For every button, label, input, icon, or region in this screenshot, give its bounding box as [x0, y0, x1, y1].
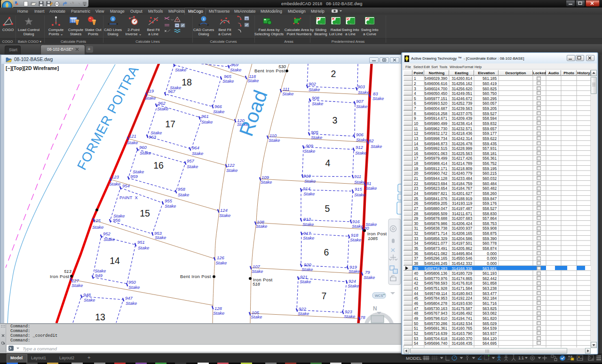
- svg-text:966: 966: [214, 104, 222, 109]
- svg-text:Stake: Stake: [364, 275, 375, 280]
- svg-text:i: i: [203, 17, 204, 21]
- svg-text:Bent Iron Post: Bent Iron Post: [254, 68, 285, 73]
- svg-text:948: 948: [83, 292, 91, 297]
- svg-text:Stake: Stake: [349, 269, 360, 274]
- svg-text:Stake: Stake: [150, 130, 162, 135]
- svg-text:947: 947: [125, 295, 133, 301]
- svg-text:518: 518: [253, 281, 261, 287]
- svg-text:Stake: Stake: [155, 235, 166, 240]
- svg-text:914: 914: [303, 186, 310, 191]
- svg-text:Stake: Stake: [344, 314, 355, 319]
- svg-text:Stake: Stake: [298, 311, 309, 316]
- svg-text:957: 957: [187, 158, 195, 163]
- svg-text:FORMER POITRA: FORMER POITRA: [74, 64, 142, 172]
- svg-text:Stake: Stake: [354, 179, 365, 185]
- svg-text:2: 2: [331, 69, 336, 79]
- svg-text:Stake: Stake: [92, 225, 103, 230]
- svg-text:Stake: Stake: [282, 91, 293, 96]
- svg-text:908: 908: [312, 95, 320, 101]
- svg-text:Stake: Stake: [356, 137, 367, 142]
- svg-text:Stake: Stake: [304, 148, 315, 154]
- svg-text:4: 4: [325, 158, 331, 168]
- svg-text:959: 959: [130, 174, 138, 179]
- svg-text:Stake: Stake: [222, 78, 234, 84]
- svg-text:Stake: Stake: [175, 67, 186, 72]
- svg-text:Stake: Stake: [71, 283, 83, 288]
- svg-text:Stake: Stake: [213, 310, 224, 316]
- svg-text:Iron Post: Iron Post: [50, 274, 70, 279]
- svg-text:Stake: Stake: [219, 213, 230, 218]
- svg-text:WCS: WCS: [375, 294, 383, 298]
- svg-text:5: 5: [325, 203, 330, 214]
- svg-text:Stake: Stake: [247, 78, 259, 83]
- svg-text:Stake: Stake: [157, 106, 168, 111]
- svg-text:1:1: 1:1: [518, 356, 524, 360]
- svg-text:903: 903: [357, 84, 365, 89]
- svg-text:Stake: Stake: [365, 186, 377, 191]
- svg-text:909: 909: [306, 143, 314, 148]
- svg-text:Stake: Stake: [355, 150, 366, 155]
- svg-text:955: 955: [165, 198, 173, 203]
- svg-text:Road: Road: [235, 87, 272, 139]
- svg-text:Stake: Stake: [133, 169, 144, 174]
- svg-text:[−][Top][2D Wireframe]: [−][Top][2D Wireframe]: [6, 65, 59, 71]
- svg-text:Stake: Stake: [192, 151, 203, 156]
- svg-text:Stake: Stake: [371, 144, 382, 149]
- svg-text:905: 905: [311, 130, 319, 135]
- svg-text:951: 951: [137, 240, 145, 245]
- svg-text:Stake: Stake: [127, 140, 138, 145]
- svg-text:915: 915: [355, 186, 363, 192]
- svg-text:958: 958: [178, 186, 186, 192]
- svg-text:962: 962: [158, 101, 166, 106]
- svg-text:Stake: Stake: [178, 192, 189, 197]
- svg-text:PAINT X: PAINT X: [119, 195, 138, 200]
- svg-text:121: 121: [129, 133, 136, 139]
- svg-text:Stake: Stake: [300, 279, 311, 284]
- svg-text:13: 13: [95, 312, 105, 322]
- svg-text:910: 910: [303, 173, 311, 178]
- svg-text:Stake: Stake: [348, 283, 359, 288]
- svg-text:Stake: Stake: [213, 109, 224, 114]
- svg-text:Stake: Stake: [303, 191, 315, 196]
- svg-text:513: 513: [64, 269, 72, 274]
- svg-text:Stake: Stake: [309, 87, 320, 92]
- svg-text:Stake: Stake: [356, 104, 367, 109]
- svg-text:Stake: Stake: [302, 222, 314, 227]
- svg-text:3: 3: [333, 115, 338, 125]
- svg-text:912: 912: [356, 145, 364, 150]
- svg-text:961: 961: [201, 114, 209, 119]
- svg-text:82: 82: [369, 138, 374, 143]
- svg-text:969: 969: [231, 64, 239, 67]
- svg-text:Stake: Stake: [138, 245, 149, 250]
- svg-text:Bent Iron Post: Bent Iron Post: [180, 274, 211, 279]
- svg-text:Stake: Stake: [365, 222, 377, 227]
- svg-text:78: 78: [360, 315, 365, 320]
- svg-text:Stake: Stake: [187, 164, 198, 169]
- svg-text:Stake: Stake: [358, 90, 369, 95]
- svg-text:6: 6: [324, 247, 329, 257]
- svg-text:126: 126: [217, 255, 225, 260]
- svg-text:964: 964: [192, 145, 199, 150]
- svg-text:119: 119: [147, 88, 154, 93]
- svg-text:123: 123: [111, 174, 119, 179]
- svg-text:Stake: Stake: [144, 95, 156, 101]
- svg-text:Stake: Stake: [201, 119, 213, 124]
- svg-text:Stake: Stake: [113, 213, 125, 218]
- svg-text:Stake: Stake: [251, 314, 262, 319]
- svg-text:Stake: Stake: [304, 178, 316, 184]
- svg-text:Stake: Stake: [128, 285, 140, 290]
- svg-text:902: 902: [309, 81, 317, 86]
- svg-text:906: 906: [356, 132, 364, 137]
- svg-text:125: 125: [93, 218, 101, 223]
- svg-text:Stake: Stake: [103, 237, 115, 242]
- svg-text:Stake: Stake: [226, 168, 238, 173]
- svg-text:Stake: Stake: [312, 101, 323, 106]
- svg-text:Stake: Stake: [140, 150, 151, 155]
- svg-text:Stake: Stake: [215, 260, 227, 265]
- svg-text:14: 14: [110, 256, 120, 266]
- svg-text:950: 950: [128, 279, 136, 285]
- svg-text:Stake: Stake: [311, 135, 322, 140]
- svg-text:952: 952: [103, 231, 111, 236]
- svg-text:Stake: Stake: [230, 67, 241, 72]
- svg-text:18: 18: [182, 77, 192, 87]
